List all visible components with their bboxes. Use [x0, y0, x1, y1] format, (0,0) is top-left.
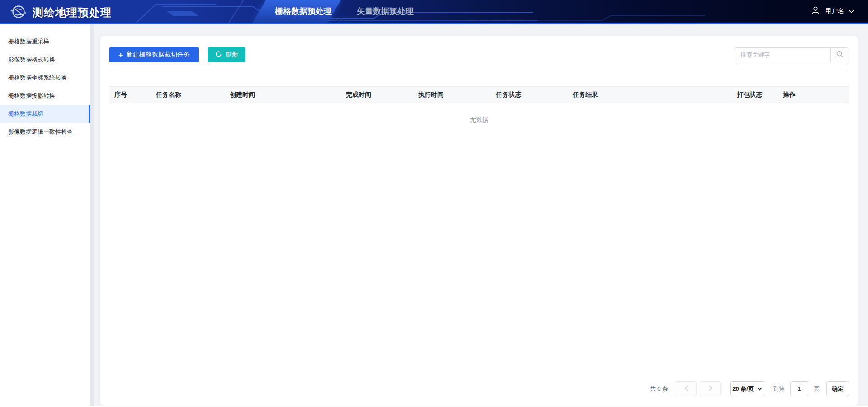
- app-body: 栅格数据重采样 影像数据格式转换 栅格数据坐标系统转换 栅格数据投影转换 栅格数…: [0, 24, 868, 406]
- main-nav-tabs: 栅格数据预处理 矢量数据预处理: [266, 0, 429, 23]
- sidebar-divider: [90, 24, 94, 406]
- task-table: 序号 任务名称 创建时间 完成时间 执行时间 任务状态 任务结果 打包状态 操作…: [109, 86, 849, 124]
- goto-page-prefix: 到第: [773, 385, 785, 393]
- circuit-decoration: [0, 0, 868, 23]
- sidebar-item-raster-clip[interactable]: 栅格数据裁切: [0, 105, 90, 123]
- goto-page-input[interactable]: [790, 381, 808, 396]
- sidebar-item-raster-coordsys-convert[interactable]: 栅格数据坐标系统转换: [0, 69, 90, 87]
- refresh-icon: [215, 51, 222, 59]
- col-create-time: 创建时间: [225, 91, 341, 99]
- sidebar-item-image-logic-check[interactable]: 影像数据逻辑一致性检查: [0, 123, 90, 141]
- tab-label: 矢量数据预处理: [357, 7, 414, 16]
- tab-label: 栅格数据预处理: [275, 7, 332, 16]
- app-logo-icon: [10, 3, 27, 22]
- chevron-down-icon: [849, 7, 854, 15]
- tab-vector-preprocess[interactable]: 矢量数据预处理: [341, 0, 429, 23]
- sidebar-item-raster-resample[interactable]: 栅格数据重采样: [0, 33, 90, 51]
- col-index: 序号: [109, 91, 151, 99]
- app-header: 测绘地理预处理 栅格数据预处理 矢量数据预处理 用户名: [0, 0, 868, 24]
- task-panel: + 新建栅格数据裁切任务 刷新: [100, 36, 858, 406]
- next-page-button[interactable]: [700, 381, 721, 396]
- app-title: 测绘地理预处理: [33, 5, 112, 20]
- col-pack-status: 打包状态: [732, 91, 778, 99]
- prev-page-button[interactable]: [676, 381, 697, 396]
- refresh-label: 刷新: [226, 51, 238, 59]
- col-finish-time: 完成时间: [341, 91, 413, 99]
- sidebar: 栅格数据重采样 影像数据格式转换 栅格数据坐标系统转换 栅格数据投影转换 栅格数…: [0, 24, 90, 406]
- refresh-button[interactable]: 刷新: [208, 47, 245, 62]
- new-clip-task-button[interactable]: + 新建栅格数据裁切任务: [109, 47, 199, 62]
- select-chevron-down-icon: [757, 385, 762, 392]
- col-task-status: 任务状态: [491, 91, 568, 99]
- new-clip-task-label: 新建栅格数据裁切任务: [127, 51, 190, 59]
- page-size-select[interactable]: 20 条/页: [730, 381, 764, 396]
- user-icon: [811, 5, 821, 17]
- sidebar-item-image-format-convert[interactable]: 影像数据格式转换: [0, 51, 90, 69]
- plus-icon: +: [118, 51, 123, 59]
- toolbar-divider: [109, 71, 849, 71]
- goto-confirm-button[interactable]: 确定: [826, 381, 849, 396]
- sidebar-item-raster-projection-convert[interactable]: 栅格数据投影转换: [0, 87, 90, 105]
- col-actions: 操作: [778, 91, 849, 99]
- chevron-left-icon: [684, 385, 689, 393]
- col-task-name: 任务名称: [151, 91, 225, 99]
- search-input[interactable]: [735, 47, 830, 62]
- toolbar: + 新建栅格数据裁切任务 刷新: [109, 47, 849, 62]
- main-content: + 新建栅格数据裁切任务 刷新: [94, 24, 868, 406]
- pagination: 共 0 条 20 条/页: [650, 381, 849, 396]
- page-size-value: 20 条/页: [732, 385, 754, 393]
- total-count: 共 0 条: [650, 385, 668, 393]
- col-task-result: 任务结果: [568, 91, 732, 99]
- col-exec-time: 执行时间: [413, 91, 491, 99]
- user-name: 用户名: [825, 7, 844, 15]
- tab-raster-preprocess[interactable]: 栅格数据预处理: [266, 0, 341, 23]
- search-group: [735, 47, 849, 62]
- empty-state-text: 无数据: [109, 116, 849, 124]
- search-button[interactable]: [830, 47, 849, 62]
- search-icon: [836, 50, 844, 59]
- table-header-row: 序号 任务名称 创建时间 完成时间 执行时间 任务状态 任务结果 打包状态 操作: [109, 86, 849, 103]
- goto-page-suffix: 页: [814, 385, 820, 393]
- user-menu[interactable]: 用户名: [811, 0, 854, 23]
- chevron-right-icon: [708, 385, 712, 393]
